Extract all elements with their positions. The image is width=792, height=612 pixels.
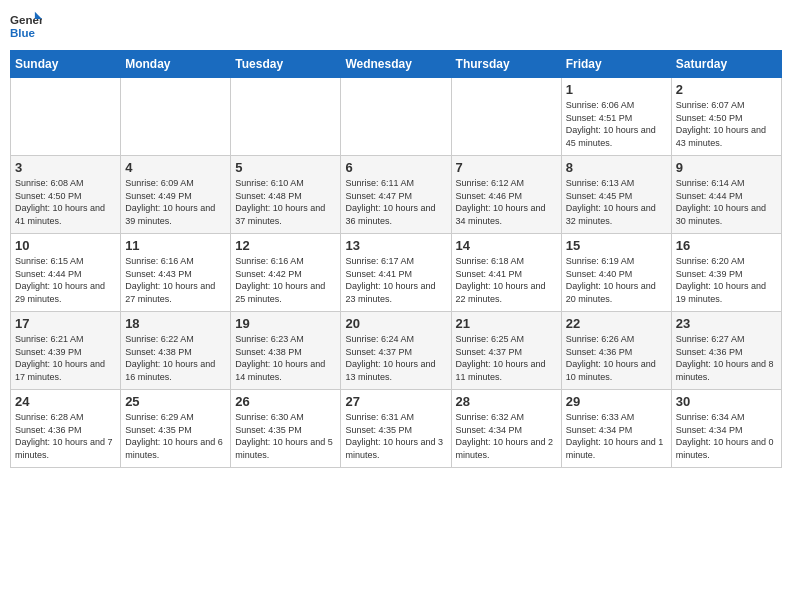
logo-icon: General Blue [10, 10, 42, 42]
calendar-cell: 30Sunrise: 6:34 AM Sunset: 4:34 PM Dayli… [671, 390, 781, 468]
day-number: 2 [676, 82, 777, 97]
day-info: Sunrise: 6:27 AM Sunset: 4:36 PM Dayligh… [676, 333, 777, 383]
calendar-cell: 23Sunrise: 6:27 AM Sunset: 4:36 PM Dayli… [671, 312, 781, 390]
calendar-cell [451, 78, 561, 156]
calendar-cell: 21Sunrise: 6:25 AM Sunset: 4:37 PM Dayli… [451, 312, 561, 390]
calendar-cell [231, 78, 341, 156]
calendar-cell: 4Sunrise: 6:09 AM Sunset: 4:49 PM Daylig… [121, 156, 231, 234]
day-number: 27 [345, 394, 446, 409]
calendar-cell: 29Sunrise: 6:33 AM Sunset: 4:34 PM Dayli… [561, 390, 671, 468]
calendar-cell: 25Sunrise: 6:29 AM Sunset: 4:35 PM Dayli… [121, 390, 231, 468]
day-info: Sunrise: 6:23 AM Sunset: 4:38 PM Dayligh… [235, 333, 336, 383]
weekday-header: Friday [561, 51, 671, 78]
day-info: Sunrise: 6:12 AM Sunset: 4:46 PM Dayligh… [456, 177, 557, 227]
day-number: 16 [676, 238, 777, 253]
calendar-cell: 22Sunrise: 6:26 AM Sunset: 4:36 PM Dayli… [561, 312, 671, 390]
day-info: Sunrise: 6:07 AM Sunset: 4:50 PM Dayligh… [676, 99, 777, 149]
day-info: Sunrise: 6:30 AM Sunset: 4:35 PM Dayligh… [235, 411, 336, 461]
day-info: Sunrise: 6:06 AM Sunset: 4:51 PM Dayligh… [566, 99, 667, 149]
calendar-cell: 26Sunrise: 6:30 AM Sunset: 4:35 PM Dayli… [231, 390, 341, 468]
calendar-cell: 8Sunrise: 6:13 AM Sunset: 4:45 PM Daylig… [561, 156, 671, 234]
calendar-cell: 6Sunrise: 6:11 AM Sunset: 4:47 PM Daylig… [341, 156, 451, 234]
day-info: Sunrise: 6:13 AM Sunset: 4:45 PM Dayligh… [566, 177, 667, 227]
day-number: 13 [345, 238, 446, 253]
day-info: Sunrise: 6:09 AM Sunset: 4:49 PM Dayligh… [125, 177, 226, 227]
day-info: Sunrise: 6:11 AM Sunset: 4:47 PM Dayligh… [345, 177, 446, 227]
calendar-cell: 19Sunrise: 6:23 AM Sunset: 4:38 PM Dayli… [231, 312, 341, 390]
day-number: 21 [456, 316, 557, 331]
calendar-cell: 27Sunrise: 6:31 AM Sunset: 4:35 PM Dayli… [341, 390, 451, 468]
day-number: 7 [456, 160, 557, 175]
day-number: 17 [15, 316, 116, 331]
calendar-cell: 10Sunrise: 6:15 AM Sunset: 4:44 PM Dayli… [11, 234, 121, 312]
day-info: Sunrise: 6:15 AM Sunset: 4:44 PM Dayligh… [15, 255, 116, 305]
weekday-header: Saturday [671, 51, 781, 78]
calendar-week-row: 10Sunrise: 6:15 AM Sunset: 4:44 PM Dayli… [11, 234, 782, 312]
day-info: Sunrise: 6:16 AM Sunset: 4:43 PM Dayligh… [125, 255, 226, 305]
day-number: 30 [676, 394, 777, 409]
day-info: Sunrise: 6:21 AM Sunset: 4:39 PM Dayligh… [15, 333, 116, 383]
calendar-cell: 13Sunrise: 6:17 AM Sunset: 4:41 PM Dayli… [341, 234, 451, 312]
weekday-header: Wednesday [341, 51, 451, 78]
logo: General Blue [10, 10, 42, 42]
calendar-cell: 20Sunrise: 6:24 AM Sunset: 4:37 PM Dayli… [341, 312, 451, 390]
page-header: General Blue [10, 10, 782, 42]
day-info: Sunrise: 6:25 AM Sunset: 4:37 PM Dayligh… [456, 333, 557, 383]
day-number: 4 [125, 160, 226, 175]
day-number: 23 [676, 316, 777, 331]
day-info: Sunrise: 6:32 AM Sunset: 4:34 PM Dayligh… [456, 411, 557, 461]
day-info: Sunrise: 6:14 AM Sunset: 4:44 PM Dayligh… [676, 177, 777, 227]
svg-text:Blue: Blue [10, 27, 36, 39]
weekday-header-row: SundayMondayTuesdayWednesdayThursdayFrid… [11, 51, 782, 78]
calendar-cell: 11Sunrise: 6:16 AM Sunset: 4:43 PM Dayli… [121, 234, 231, 312]
calendar-week-row: 24Sunrise: 6:28 AM Sunset: 4:36 PM Dayli… [11, 390, 782, 468]
calendar-cell: 17Sunrise: 6:21 AM Sunset: 4:39 PM Dayli… [11, 312, 121, 390]
day-number: 22 [566, 316, 667, 331]
calendar-cell: 15Sunrise: 6:19 AM Sunset: 4:40 PM Dayli… [561, 234, 671, 312]
calendar-cell: 16Sunrise: 6:20 AM Sunset: 4:39 PM Dayli… [671, 234, 781, 312]
day-number: 25 [125, 394, 226, 409]
day-info: Sunrise: 6:17 AM Sunset: 4:41 PM Dayligh… [345, 255, 446, 305]
day-number: 29 [566, 394, 667, 409]
calendar-cell [341, 78, 451, 156]
day-number: 12 [235, 238, 336, 253]
day-number: 20 [345, 316, 446, 331]
day-info: Sunrise: 6:16 AM Sunset: 4:42 PM Dayligh… [235, 255, 336, 305]
day-info: Sunrise: 6:26 AM Sunset: 4:36 PM Dayligh… [566, 333, 667, 383]
day-info: Sunrise: 6:18 AM Sunset: 4:41 PM Dayligh… [456, 255, 557, 305]
weekday-header: Sunday [11, 51, 121, 78]
day-info: Sunrise: 6:19 AM Sunset: 4:40 PM Dayligh… [566, 255, 667, 305]
calendar-cell [121, 78, 231, 156]
calendar-cell: 7Sunrise: 6:12 AM Sunset: 4:46 PM Daylig… [451, 156, 561, 234]
calendar-cell [11, 78, 121, 156]
calendar-cell: 3Sunrise: 6:08 AM Sunset: 4:50 PM Daylig… [11, 156, 121, 234]
calendar-cell: 28Sunrise: 6:32 AM Sunset: 4:34 PM Dayli… [451, 390, 561, 468]
day-number: 15 [566, 238, 667, 253]
day-number: 26 [235, 394, 336, 409]
day-number: 18 [125, 316, 226, 331]
calendar-week-row: 1Sunrise: 6:06 AM Sunset: 4:51 PM Daylig… [11, 78, 782, 156]
day-number: 10 [15, 238, 116, 253]
day-number: 24 [15, 394, 116, 409]
calendar-cell: 14Sunrise: 6:18 AM Sunset: 4:41 PM Dayli… [451, 234, 561, 312]
day-number: 28 [456, 394, 557, 409]
day-info: Sunrise: 6:20 AM Sunset: 4:39 PM Dayligh… [676, 255, 777, 305]
calendar-cell: 1Sunrise: 6:06 AM Sunset: 4:51 PM Daylig… [561, 78, 671, 156]
day-number: 8 [566, 160, 667, 175]
calendar-table: SundayMondayTuesdayWednesdayThursdayFrid… [10, 50, 782, 468]
day-number: 1 [566, 82, 667, 97]
day-info: Sunrise: 6:28 AM Sunset: 4:36 PM Dayligh… [15, 411, 116, 461]
weekday-header: Tuesday [231, 51, 341, 78]
weekday-header: Monday [121, 51, 231, 78]
calendar-cell: 12Sunrise: 6:16 AM Sunset: 4:42 PM Dayli… [231, 234, 341, 312]
calendar-week-row: 3Sunrise: 6:08 AM Sunset: 4:50 PM Daylig… [11, 156, 782, 234]
day-info: Sunrise: 6:33 AM Sunset: 4:34 PM Dayligh… [566, 411, 667, 461]
calendar-week-row: 17Sunrise: 6:21 AM Sunset: 4:39 PM Dayli… [11, 312, 782, 390]
day-info: Sunrise: 6:10 AM Sunset: 4:48 PM Dayligh… [235, 177, 336, 227]
day-number: 19 [235, 316, 336, 331]
day-number: 14 [456, 238, 557, 253]
calendar-cell: 18Sunrise: 6:22 AM Sunset: 4:38 PM Dayli… [121, 312, 231, 390]
day-number: 3 [15, 160, 116, 175]
day-info: Sunrise: 6:22 AM Sunset: 4:38 PM Dayligh… [125, 333, 226, 383]
calendar-cell: 9Sunrise: 6:14 AM Sunset: 4:44 PM Daylig… [671, 156, 781, 234]
